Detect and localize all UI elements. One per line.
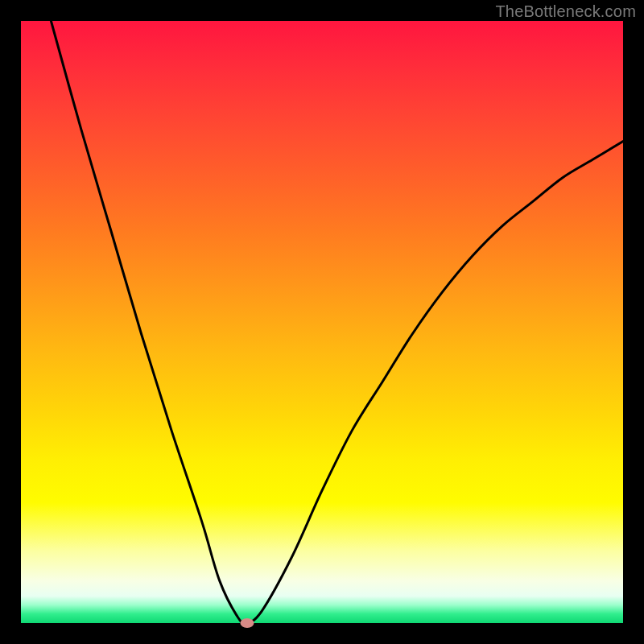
watermark: TheBottleneck.com (495, 2, 636, 21)
bottleneck-curve (21, 21, 623, 623)
chart-plot-area (21, 21, 623, 623)
optimal-point-marker (240, 618, 254, 628)
